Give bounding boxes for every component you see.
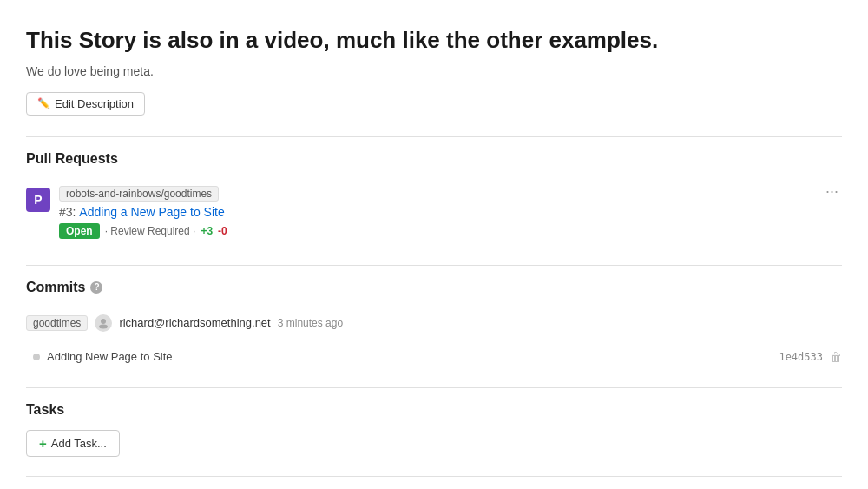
pr-open-badge: Open xyxy=(59,223,100,239)
edit-description-button[interactable]: ✏️ Edit Description xyxy=(26,92,145,116)
pr-deletions: -0 xyxy=(218,225,227,237)
commit-right: 1e4d533 🗑 xyxy=(779,350,842,364)
pr-link[interactable]: Adding a New Page to Site xyxy=(79,205,224,219)
commit-author-row: goodtimes richard@richardsomething.net 3… xyxy=(26,307,842,337)
pr-more-button[interactable]: ··· xyxy=(822,179,842,204)
story-title: This Story is also in a video, much like… xyxy=(26,26,842,56)
divider-commits xyxy=(26,265,842,266)
pr-details: robots-and-rainbows/goodtimes #3: Adding… xyxy=(59,186,227,239)
commits-section: Commits ? goodtimes richard@richardsomet… xyxy=(26,280,842,368)
pr-repo-tag: robots-and-rainbows/goodtimes xyxy=(59,186,219,202)
pr-item-content: P robots-and-rainbows/goodtimes #3: Addi… xyxy=(26,179,227,246)
pull-requests-heading: Pull Requests xyxy=(26,151,842,167)
divider-pull-requests xyxy=(26,136,842,137)
story-subtitle: We do love being meta. xyxy=(26,64,842,78)
commit-message: Adding New Page to Site xyxy=(47,350,173,363)
pr-meta: Open · Review Required · +3 -0 xyxy=(59,223,227,239)
commit-group: goodtimes richard@richardsomething.net 3… xyxy=(26,307,842,368)
svg-point-1 xyxy=(99,324,108,328)
pr-review-text: · Review Required · xyxy=(105,225,196,237)
commits-help-icon[interactable]: ? xyxy=(90,281,102,294)
commit-item: Adding New Page to Site 1e4d533 🗑 xyxy=(26,346,842,368)
tasks-section: Tasks + Add Task... xyxy=(26,402,842,457)
delete-commit-icon[interactable]: 🗑 xyxy=(830,350,842,364)
pr-avatar: P xyxy=(26,188,50,212)
pull-requests-section: Pull Requests P robots-and-rainbows/good… xyxy=(26,151,842,246)
commits-heading: Commits ? xyxy=(26,280,842,295)
commit-left: Adding New Page to Site xyxy=(33,350,173,363)
pencil-icon: ✏️ xyxy=(37,97,50,109)
pr-title-line: #3: Adding a New Page to Site xyxy=(59,205,227,219)
tasks-heading: Tasks xyxy=(26,402,842,418)
commit-author-email: richard@richardsomething.net xyxy=(119,316,270,329)
add-task-button[interactable]: + Add Task... xyxy=(26,430,120,457)
edit-description-label: Edit Description xyxy=(55,97,134,110)
plus-icon: + xyxy=(39,436,47,451)
main-container: This Story is also in a video, much like… xyxy=(0,0,868,489)
pr-item: P robots-and-rainbows/goodtimes #3: Addi… xyxy=(26,179,842,246)
commit-author-avatar xyxy=(95,314,112,332)
add-task-label: Add Task... xyxy=(51,437,107,450)
pr-additions: +3 xyxy=(201,225,213,237)
divider-add-to-story xyxy=(26,476,842,477)
commit-repo-tag: goodtimes xyxy=(26,315,88,331)
divider-tasks xyxy=(26,387,842,388)
svg-point-0 xyxy=(101,319,106,324)
commit-hash: 1e4d533 xyxy=(779,351,823,363)
commit-dot-icon xyxy=(33,354,40,360)
commit-time: 3 minutes ago xyxy=(278,317,343,329)
